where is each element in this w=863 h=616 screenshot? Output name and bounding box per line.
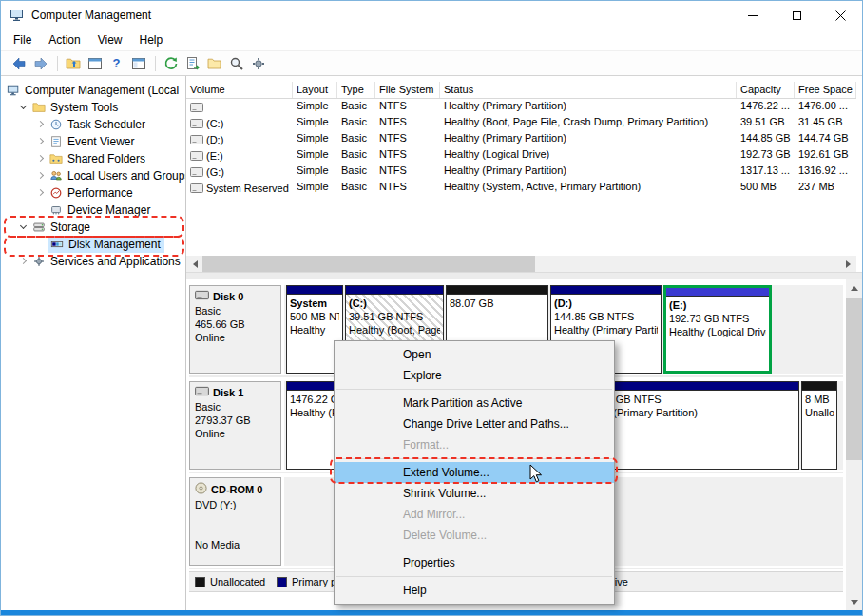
sidebar-item-computer-management[interactable]: Computer Management (Local (1, 82, 185, 99)
column-header-capacity[interactable]: Capacity (737, 82, 795, 98)
scroll-down-button[interactable] (846, 594, 862, 610)
panel-splitter[interactable] (186, 272, 862, 279)
disk1-label[interactable]: Disk 1 Basic 2793.37 GB Online (189, 381, 281, 470)
column-header-free-space[interactable]: Free Space (795, 82, 856, 98)
services-icon (31, 254, 47, 269)
sidebar-item-task-scheduler[interactable]: Task Scheduler (1, 116, 185, 133)
menu-item-change-drive-letter[interactable]: Change Drive Letter and Paths... (335, 414, 614, 434)
chevron-expanded-icon[interactable] (18, 102, 29, 113)
titlebar[interactable]: Computer Management (1, 1, 862, 29)
console-tree-icon[interactable] (128, 54, 148, 73)
partition-size: 39.51 GB NTFS (349, 310, 440, 323)
partition-size: 8 MB (805, 393, 834, 406)
menu-item-open[interactable]: Open (335, 344, 614, 365)
close-button[interactable] (818, 1, 862, 29)
scroll-up-button[interactable] (846, 279, 862, 296)
volume-capacity: 192.73 GB (737, 147, 795, 164)
column-header-layout[interactable]: Layout (293, 82, 337, 98)
back-icon[interactable] (9, 54, 29, 73)
menu-separator (336, 549, 612, 549)
column-header-volume[interactable]: Volume (186, 82, 293, 98)
column-header-file-system[interactable]: File System (375, 82, 440, 98)
volume-row[interactable]: (E:) Simple Basic NTFS Healthy (Logical … (186, 147, 856, 164)
vertical-scroll-track[interactable] (846, 296, 862, 594)
menu-item-shrink-volume[interactable]: Shrink Volume... (335, 483, 614, 504)
volume-type: Basic (337, 99, 375, 115)
refresh-icon[interactable] (161, 54, 181, 73)
chevron-collapsed-icon[interactable] (35, 153, 47, 164)
app-icon (10, 8, 25, 23)
menu-item-properties[interactable]: Properties (335, 552, 614, 573)
open-folder-icon[interactable] (204, 54, 224, 73)
volume-row[interactable]: (C:) Simple Basic NTFS Healthy (Boot, Pa… (186, 115, 856, 131)
volume-icon (190, 134, 203, 145)
volume-row[interactable]: System Reserved Simple Basic NTFS Health… (186, 180, 856, 196)
menu-item-extend-volume[interactable]: Extend Volume... (335, 462, 614, 483)
menu-item-help[interactable]: Help (335, 580, 614, 601)
horizontal-scroll-track[interactable] (202, 256, 840, 272)
minimize-button[interactable] (731, 1, 775, 29)
console-tree: Computer Management (Local System Tools … (1, 76, 186, 610)
partition-e[interactable]: (E:) 192.73 GB NTFS Healthy (Logical Dri… (663, 285, 772, 374)
disk-type: Basic (195, 400, 276, 414)
volume-row[interactable]: (G:) Simple Basic NTFS Healthy (Primary … (186, 164, 856, 180)
console-window-icon[interactable] (85, 54, 105, 73)
sidebar-item-services-and-applications[interactable]: Services and Applications (1, 253, 185, 270)
horizontal-scroll-thumb[interactable] (202, 256, 535, 272)
volume-icon (190, 183, 203, 194)
volume-status: Healthy (Primary Partition) (440, 164, 737, 180)
chevron-collapsed-icon[interactable] (35, 170, 47, 182)
vertical-scrollbar[interactable] (846, 279, 862, 610)
menu-action[interactable]: Action (40, 30, 88, 49)
sidebar-item-event-viewer[interactable]: Event Viewer (1, 133, 185, 150)
volume-row[interactable]: Simple Basic NTFS Healthy (Primary Parti… (186, 99, 856, 115)
cdrom-label[interactable]: CD-ROM 0 DVD (Y:) No Media (189, 477, 281, 566)
settings-icon[interactable] (248, 54, 268, 73)
column-header-status[interactable]: Status (440, 82, 737, 98)
menu-help[interactable]: Help (131, 30, 172, 49)
scroll-right-button[interactable] (840, 256, 856, 272)
sidebar-item-storage[interactable]: Storage (1, 219, 185, 236)
chevron-collapsed-icon[interactable] (18, 256, 29, 267)
sidebar-item-disk-management[interactable]: Disk Management (1, 236, 185, 253)
toolbar-separator (57, 56, 58, 71)
chevron-collapsed-icon[interactable] (35, 136, 47, 147)
sidebar-item-system-tools[interactable]: System Tools (1, 99, 185, 116)
sidebar-item-performance[interactable]: Performance (1, 184, 185, 202)
scroll-left-button[interactable] (186, 256, 202, 272)
tree-selection: Disk Management (48, 236, 164, 253)
partition-unallocated-8mb[interactable]: 8 MB Unallocated (801, 381, 837, 470)
chevron-collapsed-icon[interactable] (35, 119, 47, 130)
column-header-type[interactable]: Type (337, 82, 375, 98)
sidebar-item-local-users-and-groups[interactable]: Local Users and Groups (1, 167, 185, 184)
search-icon[interactable] (226, 54, 246, 73)
up-level-icon[interactable] (63, 54, 83, 73)
maximize-button[interactable] (775, 1, 818, 29)
vertical-scroll-thumb[interactable] (846, 298, 862, 460)
volume-row[interactable]: (D:) Simple Basic NTFS Healthy (Primary … (186, 131, 856, 147)
window-controls (731, 1, 862, 29)
partition-size: 88.07 GB (450, 297, 545, 310)
menu-item-explore[interactable]: Explore (335, 365, 614, 386)
disk-status: No Media (195, 538, 276, 551)
sidebar-item-shared-folders[interactable]: Shared Folders (1, 150, 185, 167)
sidebar-item-device-manager[interactable]: Device Manager (1, 202, 185, 219)
partition-status (450, 310, 545, 323)
legend-swatch-unallocated (195, 577, 205, 587)
menu-view[interactable]: View (89, 30, 131, 49)
help-icon[interactable]: ? (106, 54, 126, 73)
volume-status: Healthy (Boot, Page File, Crash Dump, Pr… (440, 115, 737, 131)
disk0-label[interactable]: Disk 0 Basic 465.66 GB Online (189, 285, 281, 374)
chevron-collapsed-icon[interactable] (35, 187, 47, 199)
chevron-expanded-icon[interactable] (18, 221, 29, 233)
disk-name: Disk 0 (213, 291, 243, 302)
storage-icon (31, 220, 47, 235)
forward-icon[interactable] (30, 54, 50, 73)
volume-icon (190, 118, 203, 129)
horizontal-scrollbar[interactable] (186, 256, 856, 272)
volume-icon (190, 102, 203, 113)
menu-file[interactable]: File (5, 30, 40, 49)
menu-item-mark-partition-active[interactable]: Mark Partition as Active (335, 393, 614, 414)
volume-layout: Simple (293, 147, 337, 164)
export-list-icon[interactable] (182, 54, 202, 73)
